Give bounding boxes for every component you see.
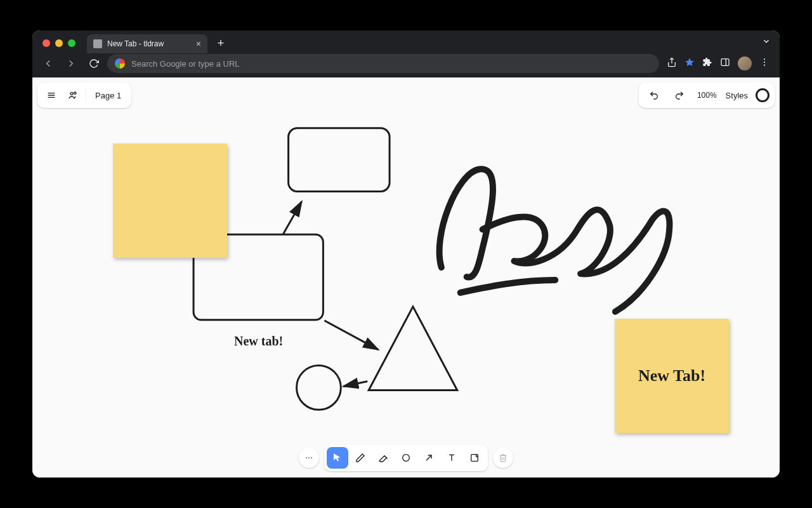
browser-window: New Tab - tldraw × + Search Google or ty… xyxy=(32,30,780,478)
share-icon[interactable] xyxy=(667,57,677,70)
svg-marker-17 xyxy=(369,307,457,391)
draw-tool[interactable] xyxy=(350,447,371,469)
svg-point-4 xyxy=(764,58,765,60)
shape-tool[interactable] xyxy=(395,447,417,469)
trash-button[interactable] xyxy=(493,448,513,468)
select-tool[interactable] xyxy=(327,447,348,469)
tool-group xyxy=(324,444,488,471)
tab-strip: New Tab - tldraw × + xyxy=(32,30,780,53)
browser-chrome: New Tab - tldraw × + Search Google or ty… xyxy=(32,30,780,77)
tabs-menu-button[interactable] xyxy=(762,37,771,48)
svg-point-21 xyxy=(308,457,310,458)
address-bar: Search Google or type a URL xyxy=(32,53,780,77)
nav-back-button[interactable] xyxy=(39,54,58,73)
arrow-tool[interactable] xyxy=(418,447,440,469)
tab-title: New Tab - tldraw xyxy=(107,39,164,48)
kebab-menu-icon[interactable] xyxy=(759,57,769,70)
browser-tab[interactable]: New Tab - tldraw × xyxy=(87,34,207,53)
new-tab-button[interactable]: + xyxy=(213,35,229,51)
svg-point-5 xyxy=(764,62,765,63)
nav-forward-button[interactable] xyxy=(62,54,81,73)
svg-point-19 xyxy=(297,366,341,410)
note-tool[interactable] xyxy=(464,447,485,469)
actions-menu-button[interactable] xyxy=(299,448,319,468)
tldraw-canvas-area: Page 1 100% Styles xyxy=(32,77,780,478)
close-window-button[interactable] xyxy=(43,39,50,47)
svg-point-20 xyxy=(306,457,307,458)
favicon-icon xyxy=(93,39,102,48)
profile-avatar[interactable] xyxy=(738,57,752,70)
window-controls xyxy=(43,39,75,47)
svg-point-23 xyxy=(403,455,410,462)
svg-rect-13 xyxy=(289,128,390,192)
bookmark-icon[interactable] xyxy=(684,57,695,70)
omnibox[interactable]: Search Google or type a URL xyxy=(107,54,659,73)
google-icon xyxy=(115,58,125,69)
omnibox-placeholder: Search Google or type a URL xyxy=(131,59,240,69)
sticky-note[interactable] xyxy=(113,144,227,258)
extensions-icon[interactable] xyxy=(702,57,712,70)
svg-line-15 xyxy=(284,201,302,234)
maximize-window-button[interactable] xyxy=(68,39,75,47)
svg-marker-1 xyxy=(685,58,693,66)
svg-rect-2 xyxy=(721,59,729,66)
minimize-window-button[interactable] xyxy=(55,39,63,47)
canvas[interactable]: New Tab! New tab! xyxy=(32,77,780,478)
svg-line-18 xyxy=(343,381,367,386)
sticky-note[interactable]: New Tab! xyxy=(615,319,729,433)
svg-point-22 xyxy=(311,457,312,458)
browser-actions xyxy=(663,57,773,70)
text-label[interactable]: New tab! xyxy=(234,334,283,349)
sticky-text: New Tab! xyxy=(638,366,705,385)
tab-close-button[interactable]: × xyxy=(196,39,201,49)
svg-line-16 xyxy=(324,321,378,350)
bottom-toolbar xyxy=(299,444,513,471)
svg-point-6 xyxy=(764,65,765,66)
reload-button[interactable] xyxy=(84,54,103,73)
text-tool[interactable] xyxy=(441,447,462,469)
eraser-tool[interactable] xyxy=(372,447,394,469)
sidepanel-icon[interactable] xyxy=(720,57,730,70)
svg-line-24 xyxy=(426,455,431,460)
svg-rect-27 xyxy=(471,455,478,462)
